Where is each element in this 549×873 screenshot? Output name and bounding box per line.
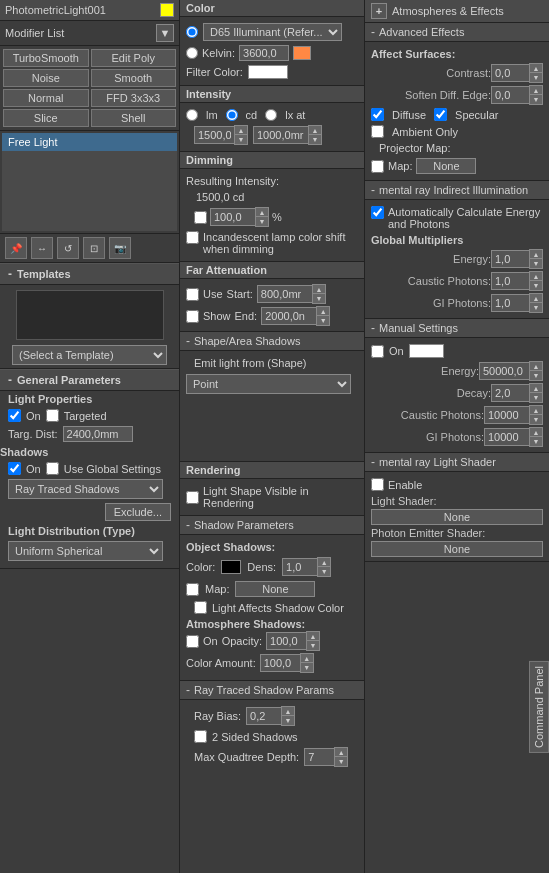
mr-energy-up[interactable]: ▲ <box>530 250 542 259</box>
photon-shader-none-button[interactable]: None <box>371 541 543 557</box>
targeted-checkbox[interactable] <box>46 409 59 422</box>
intensity-spin-down1[interactable]: ▼ <box>235 135 247 144</box>
ray-bias-up[interactable]: ▲ <box>282 707 294 716</box>
far-start-down[interactable]: ▼ <box>313 294 325 303</box>
dist-type-select[interactable]: Uniform Spherical <box>8 541 163 561</box>
opacity-spinner[interactable]: ▲ ▼ <box>266 631 320 651</box>
dens-down[interactable]: ▼ <box>318 567 330 576</box>
d65-select[interactable]: D65 Illuminant (Refer... <box>203 23 342 41</box>
projector-map-checkbox[interactable] <box>371 160 384 173</box>
max-quad-down[interactable]: ▼ <box>335 757 347 766</box>
color-amount-input[interactable] <box>260 654 300 672</box>
intensity-spin-up2[interactable]: ▲ <box>309 126 321 135</box>
soften-input[interactable] <box>491 86 529 104</box>
manual-energy-input[interactable] <box>479 362 529 380</box>
ray-shadow-collapse[interactable]: - <box>186 683 190 697</box>
manual-caustic-up[interactable]: ▲ <box>530 406 542 415</box>
percent-input[interactable] <box>210 208 255 226</box>
opacity-input[interactable] <box>266 632 306 650</box>
mr-caustic-spinner[interactable]: ▲ ▼ <box>491 271 543 291</box>
far-end-spinner[interactable]: ▲ ▼ <box>261 306 330 326</box>
atm-effects-add-button[interactable]: + <box>371 3 387 19</box>
contrast-spinner[interactable]: ▲ ▼ <box>491 63 543 83</box>
manual-gi-down[interactable]: ▼ <box>530 437 542 446</box>
manual-settings-collapse[interactable]: - <box>371 321 375 335</box>
templates-collapse[interactable]: - <box>8 267 12 281</box>
manual-caustic-down[interactable]: ▼ <box>530 415 542 424</box>
intensity-spinner1[interactable]: ▲ ▼ <box>194 125 248 145</box>
manual-caustic-input[interactable] <box>484 406 529 424</box>
soften-up[interactable]: ▲ <box>530 86 542 95</box>
max-quad-input[interactable] <box>304 748 334 766</box>
manual-decay-spinner[interactable]: ▲ ▼ <box>491 383 543 403</box>
noise-button[interactable]: Noise <box>3 69 89 87</box>
d65-radio[interactable] <box>186 26 198 38</box>
map-none-button[interactable]: None <box>235 581 315 597</box>
manual-color-swatch[interactable] <box>409 344 444 358</box>
nav-move-icon[interactable]: ↔ <box>31 237 53 259</box>
light-on-checkbox[interactable] <box>8 409 21 422</box>
auto-calc-checkbox[interactable] <box>371 206 384 219</box>
template-select[interactable]: (Select a Template) <box>12 345 167 365</box>
command-panel-label[interactable]: Command Panel <box>529 661 549 753</box>
intensity-spinner2[interactable]: ▲ ▼ <box>253 125 322 145</box>
modifier-dropdown[interactable]: ▼ <box>156 24 174 42</box>
far-start-spinner[interactable]: ▲ ▼ <box>257 284 326 304</box>
ffd-button[interactable]: FFD 3x3x3 <box>91 89 177 107</box>
light-shader-none-button[interactable]: None <box>371 509 543 525</box>
far-end-up[interactable]: ▲ <box>317 307 329 316</box>
percent-spin-up[interactable]: ▲ <box>256 208 268 217</box>
manual-gi-input[interactable] <box>484 428 529 446</box>
shadow-params-collapse[interactable]: - <box>186 518 190 532</box>
max-quad-up[interactable]: ▲ <box>335 748 347 757</box>
nav-camera-icon[interactable]: 📷 <box>109 237 131 259</box>
ray-bias-down[interactable]: ▼ <box>282 716 294 725</box>
mr-shader-collapse[interactable]: - <box>371 455 375 469</box>
mr-energy-spinner[interactable]: ▲ ▼ <box>491 249 543 269</box>
far-start-input[interactable] <box>257 285 312 303</box>
normal-button[interactable]: Normal <box>3 89 89 107</box>
nav-rotate-icon[interactable]: ↺ <box>57 237 79 259</box>
mr-caustic-down[interactable]: ▼ <box>530 281 542 290</box>
mr-energy-down[interactable]: ▼ <box>530 259 542 268</box>
soften-spinner[interactable]: ▲ ▼ <box>491 85 543 105</box>
filter-color-swatch[interactable] <box>248 65 288 79</box>
general-params-collapse[interactable]: - <box>8 373 12 387</box>
dens-up[interactable]: ▲ <box>318 558 330 567</box>
color-amount-spinner[interactable]: ▲ ▼ <box>260 653 314 673</box>
manual-gi-up[interactable]: ▲ <box>530 428 542 437</box>
kelvin-color-swatch[interactable] <box>293 46 311 60</box>
manual-energy-down[interactable]: ▼ <box>530 371 542 380</box>
manual-energy-spinner[interactable]: ▲ ▼ <box>479 361 543 381</box>
nav-scale-icon[interactable]: ⊡ <box>83 237 105 259</box>
manual-decay-down[interactable]: ▼ <box>530 393 542 402</box>
shell-button[interactable]: Shell <box>91 109 177 127</box>
far-show-checkbox[interactable] <box>186 310 199 323</box>
projector-none-button[interactable]: None <box>416 158 476 174</box>
adv-effects-collapse[interactable]: - <box>371 25 375 39</box>
incandescent-check[interactable] <box>186 231 199 244</box>
light-affects-checkbox[interactable] <box>194 601 207 614</box>
dens-input[interactable] <box>282 558 317 576</box>
mr-gi-up[interactable]: ▲ <box>530 294 542 303</box>
use-global-checkbox[interactable] <box>46 462 59 475</box>
visible-checkbox[interactable] <box>186 491 199 504</box>
diffuse-checkbox[interactable] <box>371 108 384 121</box>
dim-check[interactable] <box>194 211 207 224</box>
edit-poly-button[interactable]: Edit Poly <box>91 49 177 67</box>
contrast-down[interactable]: ▼ <box>530 73 542 82</box>
contrast-up[interactable]: ▲ <box>530 64 542 73</box>
mr-gi-input[interactable] <box>491 294 529 312</box>
far-use-checkbox[interactable] <box>186 288 199 301</box>
free-light-item[interactable]: Free Light <box>2 133 177 151</box>
manual-on-checkbox[interactable] <box>371 345 384 358</box>
turbsmooth-button[interactable]: TurboSmooth <box>3 49 89 67</box>
mr-caustic-input[interactable] <box>491 272 529 290</box>
emit-select[interactable]: Point <box>186 374 351 394</box>
ray-bias-input[interactable] <box>246 707 281 725</box>
atm-on-checkbox[interactable] <box>186 635 199 648</box>
nav-pin-icon[interactable]: 📌 <box>5 237 27 259</box>
opacity-down[interactable]: ▼ <box>307 641 319 650</box>
specular-checkbox[interactable] <box>434 108 447 121</box>
far-end-down[interactable]: ▼ <box>317 316 329 325</box>
